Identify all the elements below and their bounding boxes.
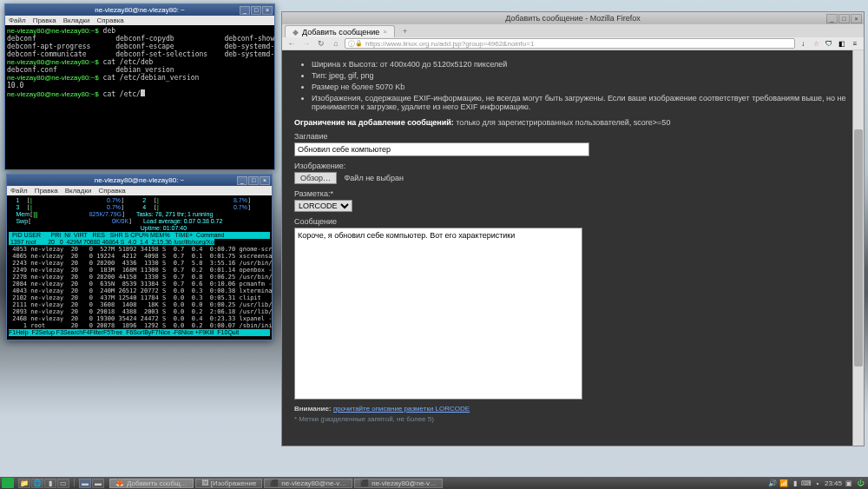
addon-icon[interactable]: 🛡: [824, 38, 834, 49]
firefox-minimize[interactable]: _: [826, 14, 838, 23]
menu-help[interactable]: Справка: [96, 17, 123, 24]
new-tab-button[interactable]: +: [398, 25, 412, 37]
firefox-close[interactable]: ×: [851, 14, 862, 23]
firefox-toolbar: ← → ↻ ⌂ ⓘ 🔒 https://www.linux.org.ru/add…: [282, 37, 864, 50]
menu2-edit[interactable]: Правка: [35, 187, 58, 195]
image-label: Изображение:: [294, 162, 852, 170]
title-input[interactable]: [294, 142, 589, 156]
firefox-window[interactable]: Добавить сообщение - Mozilla Firefox _ □…: [281, 11, 865, 446]
taskbar-task-3[interactable]: ⬛ne-vlezay80@ne-v…: [354, 479, 443, 488]
lorcode-link[interactable]: прочитайте описание разметки LORCODE: [333, 405, 470, 413]
tab-label: Добавить сообщение: [302, 28, 379, 36]
back-button[interactable]: ←: [286, 38, 298, 49]
terminal2-title: ne-vlezay80@ne-vlezay80: ~: [10, 176, 269, 184]
library-icon[interactable]: ☆: [811, 38, 821, 49]
menu-file[interactable]: Файл: [9, 17, 26, 24]
terminal2-maximize[interactable]: □: [248, 176, 259, 185]
taskbar: 📁 🌐 ▮ ▭ ▬ ▬ 🦊Добавить сообщ…🖼[Изображени…: [0, 477, 868, 489]
terminal1-maximize[interactable]: □: [251, 6, 261, 15]
restriction-text: Ограничение на добавление сообщений: тол…: [294, 118, 852, 127]
addon2-icon[interactable]: ◧: [837, 38, 847, 49]
terminal2-menubar: Файл Правка Вкладки Справка: [7, 186, 272, 195]
scrollbar[interactable]: [852, 50, 864, 446]
firefox-titlebar[interactable]: Добавить сообщение - Mozilla Firefox _ □…: [282, 12, 864, 24]
start-button[interactable]: [2, 478, 14, 488]
no-file-text: Файл не выбран: [345, 174, 404, 182]
terminal1-menubar: Файл Правка Вкладки Справка: [5, 16, 274, 25]
browse-button[interactable]: Обзор…: [294, 172, 337, 184]
attention-text: Внимание: прочитайте описание разметки L…: [294, 405, 852, 413]
rule-exif: Изображения, содержащие EXIF-информацию,…: [312, 94, 852, 111]
message-textarea[interactable]: [294, 228, 582, 400]
menu2-tabs[interactable]: Вкладки: [65, 187, 92, 195]
menu2-file[interactable]: Файл: [10, 187, 28, 195]
firefox-tab-active[interactable]: ◆ Добавить сообщение ×: [285, 25, 395, 37]
terminal-window-2[interactable]: ne-vlezay80@ne-vlezay80: ~ _ □ × Файл Пр…: [6, 174, 273, 340]
system-tray: 🔊 📶 ▮ ⌨ • 23:45 ▣ ⏻: [765, 479, 868, 487]
tags-hint: * Метки (разделенные запятой, не более 5…: [294, 415, 852, 423]
title-label: Заглавие: [294, 132, 852, 141]
reload-button[interactable]: ↻: [315, 38, 327, 49]
workspace-2[interactable]: ▬: [92, 479, 104, 488]
logout-icon[interactable]: ⏻: [856, 479, 865, 487]
terminal1-titlebar[interactable]: ne-vlezay80@ne-vlezay80: ~ _ □ ×: [5, 4, 274, 16]
menu2-help[interactable]: Справка: [98, 187, 125, 195]
firefox-title: Добавить сообщение - Mozilla Firefox: [286, 14, 860, 23]
lock-icon: 🔒: [355, 40, 363, 47]
network-icon[interactable]: 📶: [779, 479, 788, 487]
terminal1-title: ne-vlezay80@ne-vlezay80: ~: [8, 6, 272, 14]
keyboard-icon[interactable]: ⌨: [802, 479, 811, 487]
download-icon[interactable]: ↓: [798, 38, 808, 49]
terminal1-content[interactable]: ne-vlezay80@ne-vlezay80:~$ deb debconf d…: [5, 25, 274, 100]
workspace-1[interactable]: ▬: [79, 479, 91, 488]
forward-button[interactable]: →: [300, 38, 312, 49]
taskbar-task-0[interactable]: 🦊Добавить сообщ…: [109, 479, 194, 488]
clock[interactable]: 23:45: [825, 479, 842, 487]
menu-icon[interactable]: ≡: [850, 38, 860, 49]
markup-select[interactable]: LORCODE: [294, 200, 352, 212]
quick-launch-desk[interactable]: ▭: [57, 479, 69, 488]
rule-type: Тип: jpeg, gif, png: [312, 71, 852, 80]
terminal1-minimize[interactable]: _: [240, 6, 250, 15]
lock-screen-icon[interactable]: ▣: [845, 479, 853, 487]
scrollbar-thumb[interactable]: [854, 129, 863, 367]
taskbar-task-1[interactable]: 🖼[Изображение: [195, 479, 263, 488]
tray-icon[interactable]: •: [813, 479, 822, 487]
battery-icon[interactable]: ▮: [791, 479, 799, 487]
tab-close-icon[interactable]: ×: [383, 28, 387, 36]
url-bar[interactable]: ⓘ 🔒 https://www.linux.org.ru/add.jsp?gro…: [345, 38, 795, 49]
terminal2-content[interactable]: 1 [| 0.7%] 2 [| 8.7%] 3 [| 0.7%] 4 [| 0.…: [7, 195, 272, 338]
quick-launch-web[interactable]: 🌐: [31, 479, 43, 488]
menu-edit[interactable]: Правка: [33, 17, 56, 24]
markup-label: Разметка:*: [294, 189, 852, 198]
rule-size: Размер не более 5070 Kb: [312, 83, 852, 91]
terminal2-close[interactable]: ×: [260, 176, 270, 185]
rule-dims: Ширина х Высота: от 400x400 до 5120x5120…: [312, 60, 852, 69]
firefox-page: Ширина х Высота: от 400x400 до 5120x5120…: [282, 50, 864, 446]
terminal2-titlebar[interactable]: ne-vlezay80@ne-vlezay80: ~ _ □ ×: [7, 175, 272, 186]
menu-tabs[interactable]: Вкладки: [63, 17, 90, 24]
tab-favicon: ◆: [293, 28, 299, 36]
terminal-window-1[interactable]: ne-vlezay80@ne-vlezay80: ~ _ □ × Файл Пр…: [4, 3, 275, 170]
shield-icon: ⓘ: [348, 39, 355, 49]
home-button[interactable]: ⌂: [330, 38, 342, 49]
terminal1-close[interactable]: ×: [262, 6, 273, 15]
volume-icon[interactable]: 🔊: [768, 479, 777, 487]
message-label: Сообщение: [294, 217, 852, 226]
quick-launch-fm[interactable]: 📁: [18, 479, 30, 488]
quick-launch-term[interactable]: ▮: [44, 479, 56, 488]
firefox-tabstrip: ◆ Добавить сообщение × +: [282, 24, 864, 37]
terminal2-minimize[interactable]: _: [237, 176, 247, 185]
url-text: https://www.linux.org.ru/add.jsp?group=4…: [365, 40, 534, 48]
firefox-maximize[interactable]: □: [838, 14, 850, 23]
taskbar-task-2[interactable]: ⬛ne-vlezay80@ne-v…: [264, 479, 352, 488]
taskbar-separator: [74, 479, 75, 487]
